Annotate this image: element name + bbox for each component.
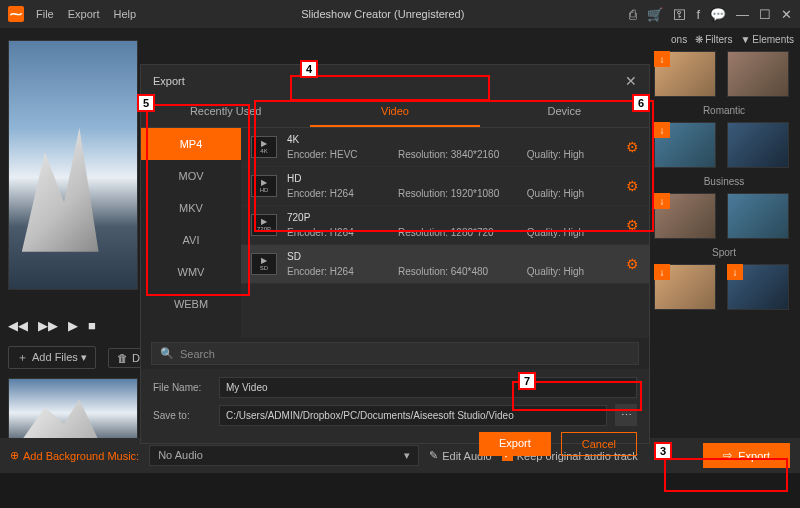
- preset-resolution: Resolution: 1280*720: [398, 227, 523, 238]
- facebook-icon[interactable]: f: [696, 7, 700, 22]
- trash-icon: 🗑: [117, 352, 128, 364]
- export-button[interactable]: ⇨Export: [703, 443, 790, 468]
- tab-recently-used[interactable]: Recently Used: [141, 97, 310, 127]
- play-icon[interactable]: ▶: [68, 318, 78, 333]
- theme-item[interactable]: [727, 51, 794, 97]
- preset-sd[interactable]: ▶SD SD Encoder: H264 Resolution: 640*480…: [241, 245, 649, 284]
- preset-720p[interactable]: ▶720P 720P Encoder: H264 Resolution: 128…: [241, 206, 649, 245]
- preset-info: 720P Encoder: H264 Resolution: 1280*720 …: [287, 212, 616, 238]
- download-icon[interactable]: ↓: [727, 264, 743, 280]
- dialog-footer: File Name: My Video Save to: C:/Users/AD…: [141, 369, 649, 464]
- menu-file[interactable]: File: [36, 8, 54, 20]
- saveto-label: Save to:: [153, 410, 211, 421]
- saveto-input[interactable]: C:/Users/ADMIN/Dropbox/PC/Documents/Aise…: [219, 405, 607, 426]
- gear-icon[interactable]: ⚙: [626, 256, 639, 272]
- filename-input[interactable]: My Video: [219, 377, 637, 398]
- theme-item[interactable]: [727, 122, 794, 168]
- close-icon[interactable]: ✕: [625, 73, 637, 89]
- dialog-buttons: Export Cancel: [153, 432, 637, 456]
- theme-item[interactable]: ↓: [727, 264, 794, 310]
- export-confirm-button[interactable]: Export: [479, 432, 551, 456]
- tab-label: Filters: [705, 34, 732, 45]
- preset-encoder: Encoder: HEVC: [287, 149, 394, 160]
- preset-resolution: Resolution: 1920*1080: [398, 188, 523, 199]
- preset-quality: Quality: High: [527, 188, 616, 199]
- preset-name: HD: [287, 173, 616, 184]
- filter-icon: ❋: [695, 34, 703, 45]
- preset-badge: ▶HD: [251, 175, 277, 197]
- add-files-button[interactable]: ＋Add Files ▾: [8, 346, 96, 369]
- tab-filters[interactable]: ❋Filters: [695, 34, 732, 45]
- download-icon[interactable]: ↓: [654, 51, 670, 67]
- cart-icon[interactable]: 🛒: [647, 7, 663, 22]
- gear-icon[interactable]: ⚙: [626, 139, 639, 155]
- search-icon: 🔍: [160, 347, 174, 360]
- gear-icon[interactable]: ⚙: [626, 217, 639, 233]
- preset-encoder: Encoder: H264: [287, 266, 394, 277]
- search-button[interactable]: 🔍Search: [151, 342, 639, 365]
- search-label: Search: [180, 348, 215, 360]
- menu-help[interactable]: Help: [114, 8, 137, 20]
- preset-info: SD Encoder: H264 Resolution: 640*480 Qua…: [287, 251, 616, 277]
- menu-export[interactable]: Export: [68, 8, 100, 20]
- stop-icon[interactable]: ■: [88, 318, 96, 333]
- theme-label: Business: [654, 176, 794, 187]
- format-list: MP4 MOV MKV AVI WMV WEBM: [141, 128, 241, 338]
- theme-item[interactable]: ↓: [654, 122, 721, 168]
- preset-resolution: Resolution: 640*480: [398, 266, 523, 277]
- preset-encoder: Encoder: H264: [287, 227, 394, 238]
- download-icon[interactable]: ↓: [654, 264, 670, 280]
- theme-thumbnail: [727, 51, 789, 97]
- preset-info: HD Encoder: H264 Resolution: 1920*1080 Q…: [287, 173, 616, 199]
- add-files-label: Add Files ▾: [32, 351, 87, 364]
- preview-viewport[interactable]: [8, 40, 138, 290]
- right-panel: ons ❋Filters ▼Elements ↓ Romantic ↓ Busi…: [654, 34, 794, 310]
- preset-info: 4K Encoder: HEVC Resolution: 3840*2160 Q…: [287, 134, 616, 160]
- format-mov[interactable]: MOV: [141, 160, 241, 192]
- window-title: Slideshow Creator (Unregistered): [148, 8, 617, 20]
- tab-elements[interactable]: ▼Elements: [740, 34, 794, 45]
- feedback-icon[interactable]: 💬: [710, 7, 726, 22]
- fastforward-icon[interactable]: ▶▶: [38, 318, 58, 333]
- download-icon[interactable]: ↓: [654, 193, 670, 209]
- add-music-button[interactable]: ⊕Add Background Music:: [10, 449, 139, 462]
- export-dialog: Export ✕ Recently Used Video Device MP4 …: [140, 64, 650, 444]
- cancel-button[interactable]: Cancel: [561, 432, 637, 456]
- theme-item[interactable]: ↓: [654, 51, 721, 97]
- titlebar: ⁓ File Export Help Slideshow Creator (Un…: [0, 0, 800, 28]
- format-mp4[interactable]: MP4: [141, 128, 241, 160]
- format-wmv[interactable]: WMV: [141, 256, 241, 288]
- save-icon[interactable]: ⎙: [629, 7, 637, 22]
- minimize-icon[interactable]: —: [736, 7, 749, 22]
- preset-name: 4K: [287, 134, 616, 145]
- export-label: Export: [738, 450, 770, 462]
- tab-transitions[interactable]: ons: [671, 34, 687, 45]
- filename-label: File Name:: [153, 382, 211, 393]
- format-webm[interactable]: WEBM: [141, 288, 241, 320]
- format-mkv[interactable]: MKV: [141, 192, 241, 224]
- download-icon[interactable]: ↓: [654, 122, 670, 138]
- theme-item[interactable]: [727, 193, 794, 239]
- key-icon[interactable]: ⚿: [673, 7, 686, 22]
- search-row: 🔍Search: [141, 338, 649, 369]
- preset-hd[interactable]: ▶HD HD Encoder: H264 Resolution: 1920*10…: [241, 167, 649, 206]
- theme-label: Sport: [654, 247, 794, 258]
- tab-device[interactable]: Device: [480, 97, 649, 127]
- maximize-icon[interactable]: ☐: [759, 7, 771, 22]
- tab-video[interactable]: Video: [310, 97, 479, 127]
- dialog-header: Export ✕: [141, 65, 649, 97]
- format-avi[interactable]: AVI: [141, 224, 241, 256]
- preset-encoder: Encoder: H264: [287, 188, 394, 199]
- close-icon[interactable]: ✕: [781, 7, 792, 22]
- theme-item[interactable]: ↓: [654, 264, 721, 310]
- rewind-icon[interactable]: ◀◀: [8, 318, 28, 333]
- tab-label: Elements: [752, 34, 794, 45]
- field-filename: File Name: My Video: [153, 377, 637, 398]
- plus-circle-icon: ⊕: [10, 449, 19, 462]
- theme-item[interactable]: ↓: [654, 193, 721, 239]
- main-area: ◀◀ ▶▶ ▶ ■ ＋Add Files ▾ 🗑Delete 00:00:05 …: [0, 28, 800, 473]
- dialog-tabs: Recently Used Video Device: [141, 97, 649, 128]
- browse-button[interactable]: ⋯: [615, 404, 637, 426]
- gear-icon[interactable]: ⚙: [626, 178, 639, 194]
- preset-4k[interactable]: ▶4K 4K Encoder: HEVC Resolution: 3840*21…: [241, 128, 649, 167]
